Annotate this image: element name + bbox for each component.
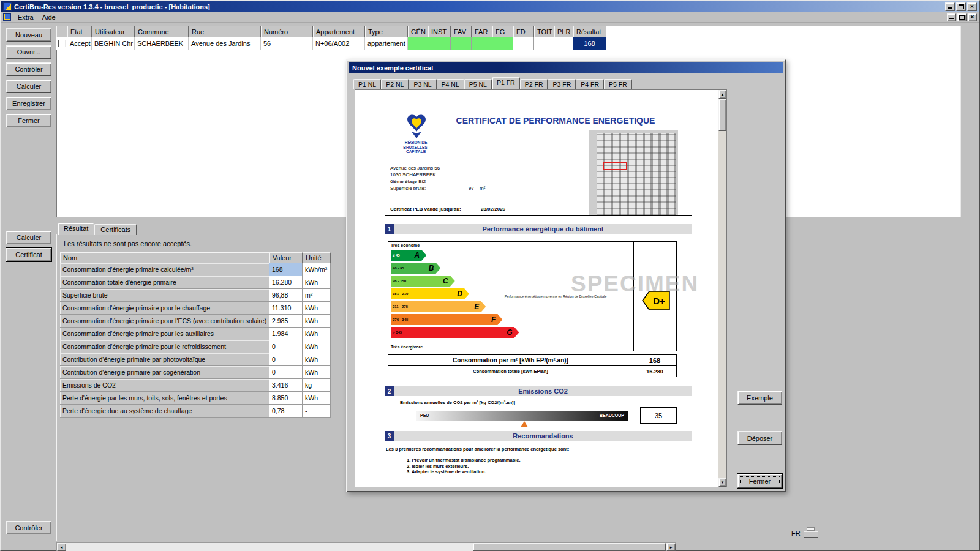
sidebar-button-calculer[interactable]: Calculer <box>6 80 51 93</box>
sidebar-button-enregistrer[interactable]: Enregistrer <box>6 97 51 110</box>
tab-p3-fr[interactable]: P3 FR <box>548 79 576 89</box>
column-header-commune[interactable]: Commune <box>135 26 189 37</box>
tab-p5-nl[interactable]: P5 NL <box>464 79 492 89</box>
row-checkbox[interactable] <box>58 40 66 47</box>
scroll-up-icon[interactable]: ▲ <box>718 90 726 99</box>
validity-row: Certificat PEB valide jusqu'au: 28/02/20… <box>390 206 549 212</box>
column-header-plr[interactable]: PLR <box>554 26 573 37</box>
result-row[interactable]: Superficie brute96,88m² <box>60 289 331 302</box>
row-cell-rue: Avenue des Jardins <box>189 37 261 50</box>
result-row[interactable]: Perte d'énergie par les murs, toits, sol… <box>60 392 331 405</box>
horizontal-scrollbar[interactable]: ◄ ► <box>56 542 676 551</box>
result-value-cell: 0 <box>270 340 303 353</box>
scale-bottom-label: Très énergivore <box>391 345 423 349</box>
column-header-appartement[interactable]: Appartement <box>313 26 365 37</box>
result-row[interactable]: Consommation d'énergie primaire calculée… <box>60 263 331 276</box>
energy-band-arrow: 46 - 95B <box>391 263 440 274</box>
results-tabs: RésultatCertificats <box>58 223 137 235</box>
scrollbar-thumb[interactable] <box>473 543 666 551</box>
energy-band-letter: B <box>429 264 434 272</box>
tab-p2-fr[interactable]: P2 FR <box>520 79 548 89</box>
scroll-down-icon[interactable]: ▼ <box>718 478 726 487</box>
result-unit-cell: kWh <box>303 392 331 405</box>
child-close-icon[interactable]: × <box>968 13 977 21</box>
results-column-unit[interactable]: Unité <box>303 252 331 263</box>
energy-band-range: ≤ 45 <box>393 253 400 257</box>
sidebar-result-buttons: CalculerCertificat <box>6 231 51 261</box>
tab-r-sultat[interactable]: Résultat <box>58 223 94 235</box>
results-table-body: Consommation d'énergie primaire calculée… <box>60 263 331 418</box>
result-name-cell: Contribution d'énergie primaire par phot… <box>60 353 270 366</box>
energy-band-range: 211 - 275 <box>393 305 408 309</box>
column-header-type[interactable]: Type <box>365 26 408 37</box>
child-minimize-icon[interactable] <box>947 13 956 21</box>
column-header-toit[interactable]: TOIT <box>534 26 554 37</box>
column-header-rue[interactable]: Rue <box>189 26 261 37</box>
minimize-icon[interactable] <box>945 2 955 11</box>
result-row[interactable]: Consommation d'énergie primaire pour le … <box>60 340 331 353</box>
results-message: Les résultats ne sont pas encore accepté… <box>64 240 192 247</box>
column-header-select[interactable] <box>56 26 67 37</box>
tab-p1-fr[interactable]: P1 FR <box>492 77 520 89</box>
tab-p1-nl[interactable]: P1 NL <box>353 79 381 89</box>
column-header-far[interactable]: FAR <box>472 26 492 37</box>
sidebar-button-nouveau[interactable]: Nouveau <box>6 28 51 42</box>
result-row[interactable]: Contribution d'énergie primaire par phot… <box>60 353 331 366</box>
result-row[interactable]: Consommation totale d'énergie primaire16… <box>60 276 331 289</box>
column-header-utilisateur[interactable]: Utilisateur <box>92 26 135 37</box>
tab-p2-nl[interactable]: P2 NL <box>381 79 409 89</box>
menu-extra[interactable]: Extra <box>14 13 37 21</box>
column-header-inst[interactable]: INST <box>428 26 451 37</box>
result-row[interactable]: Consommation d'énergie primaire pour le … <box>60 302 331 315</box>
language-indicator: FR <box>791 530 801 537</box>
result-value-cell: 11.310 <box>270 302 303 315</box>
result-row[interactable]: Consommation d'énergie primaire pour les… <box>60 328 331 340</box>
controler-bottom-button[interactable]: Contrôler <box>6 521 51 534</box>
dialog-button-exemple[interactable]: Exemple <box>737 391 782 405</box>
flag-cell-plr <box>554 37 573 50</box>
scroll-left-icon[interactable]: ◄ <box>57 543 66 551</box>
tab-p5-fr[interactable]: P5 FR <box>604 79 632 89</box>
result-row[interactable]: Emissions de CO23.416kg <box>60 379 331 392</box>
table-row[interactable]: AcceptéBEGHIN ChrSCHAERBEEKAvenue des Ja… <box>56 37 606 50</box>
column-header-g-n[interactable]: GÉN <box>408 26 428 37</box>
result-name-cell: Perte d'énergie par les murs, toits, sol… <box>60 392 270 405</box>
vertical-scrollbar[interactable]: ▲ ▼ <box>718 90 726 487</box>
maximize-icon[interactable] <box>956 2 966 11</box>
specimen-watermark: SPECIMEN <box>571 271 699 297</box>
sidebar-button-ouvrir[interactable]: Ouvrir... <box>6 45 51 59</box>
scroll-right-icon[interactable]: ► <box>666 543 676 551</box>
tab-p4-nl[interactable]: P4 NL <box>437 79 464 89</box>
close-icon[interactable]: × <box>967 2 977 11</box>
column-header-num-ro[interactable]: Numéro <box>261 26 313 37</box>
sidebar-button-calculer[interactable]: Calculer <box>6 231 51 244</box>
column-header-fg[interactable]: FG <box>492 26 513 37</box>
energy-band-a: ≤ 45A <box>391 250 628 261</box>
scrollbar-thumb[interactable] <box>718 99 726 131</box>
result-unit-cell: kWh <box>303 276 331 289</box>
column-header-r-sultat[interactable]: Résultat <box>573 26 606 37</box>
result-row[interactable]: Consommation d'énergie primaire pour l'E… <box>60 315 331 328</box>
result-row[interactable]: Perte d'énergie due au système de chauff… <box>60 405 331 418</box>
results-column-valeur[interactable]: Valeur <box>270 252 303 263</box>
energy-band-range: 151 - 210 <box>393 292 408 296</box>
sidebar-button-fermer[interactable]: Fermer <box>6 114 51 127</box>
child-restore-icon[interactable] <box>957 13 967 21</box>
tab-p4-fr[interactable]: P4 FR <box>576 79 604 89</box>
column-header-fav[interactable]: FAV <box>451 26 472 37</box>
tab-p3-nl[interactable]: P3 NL <box>409 79 436 89</box>
column-header-fd[interactable]: FD <box>513 26 534 37</box>
menu-aide[interactable]: Aide <box>39 13 59 21</box>
energy-band-e: 211 - 275E <box>391 301 628 312</box>
sidebar-button-certificat[interactable]: Certificat <box>6 248 51 261</box>
sidebar-button-contr-ler[interactable]: Contrôler <box>6 62 51 76</box>
energy-band-g: > 345G <box>391 327 628 338</box>
row-cell-num-ro: 56 <box>261 37 313 50</box>
results-column-nom[interactable]: Nom <box>60 252 270 263</box>
column-header-etat[interactable]: Etat <box>67 26 92 37</box>
flag-cell-fav <box>451 37 472 50</box>
result-value-cell: 0 <box>270 353 303 366</box>
dialog-button-fermer[interactable]: Fermer <box>737 474 782 488</box>
dialog-button-d-poser[interactable]: Déposer <box>737 431 782 445</box>
result-row[interactable]: Contribution d'énergie primaire par cogé… <box>60 366 331 379</box>
